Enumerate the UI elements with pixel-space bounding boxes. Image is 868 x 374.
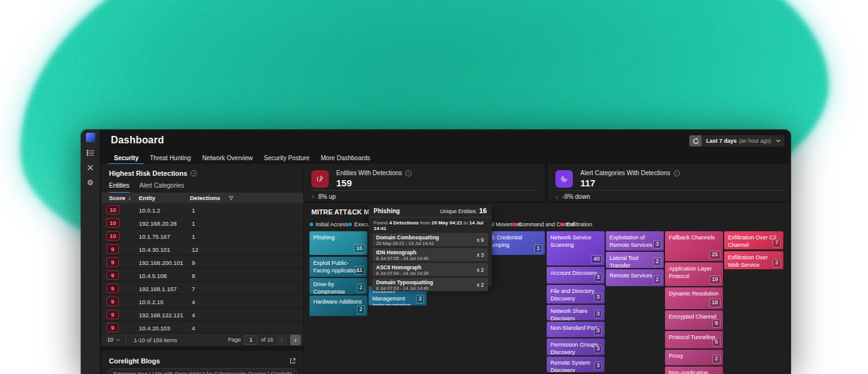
detection-list-item[interactable]: IDN Homograph 8 Jul 07:05 - 14 Jul 14:40… (372, 248, 488, 261)
mitre-technique-tile[interactable]: Application Layer Protocol 19 (665, 262, 723, 286)
table-row[interactable]: 10 10.1.75.167 1 (101, 229, 303, 242)
stat-label: Entities With Detectionsi (336, 170, 412, 176)
blogs-title-text: Corelight Blogs (109, 357, 160, 365)
detection-date-range: 8 Jul 07:03 - 14 Jul 14:40 (376, 285, 471, 291)
mitre-technique-tile[interactable]: Dynamic Resolution 18 (665, 287, 723, 309)
entity-cell: 10.0.1.2 (139, 207, 160, 214)
detection-list-item[interactable]: Domain Typosquatting 8 Jul 07:03 - 14 Ju… (372, 278, 488, 291)
tile-label: Network Share Discovery (550, 308, 588, 320)
alert-categories-with-detections-card: Alert Categories With Detectionsi 117 ↓ … (548, 164, 790, 201)
tile-count-badge: 25 (709, 251, 720, 259)
column-score[interactable]: Score↓ (109, 194, 131, 201)
next-page-button[interactable]: › (290, 335, 301, 345)
mitre-technique-tile[interactable]: Encrypted Channel 9 (665, 310, 723, 330)
corelight-logo[interactable] (86, 133, 95, 142)
mitre-technique-tile[interactable]: Non-Application Layer (665, 367, 723, 374)
info-icon[interactable]: i (405, 170, 412, 176)
table-row[interactable]: 9 10.4.20.103 4 (101, 321, 303, 334)
phishing-detail-popup: Phishing Unique Entities:16 Found 4 Dete… (369, 204, 492, 286)
tile-label: Exfiltration Over C2 Channel (728, 234, 776, 248)
table-row[interactable]: 9 10.4.5.108 8 (101, 269, 303, 282)
pagination-bar: 10 1-10 of 159 items Page of 16 ‹ › (101, 333, 303, 346)
tile-count-badge: 16 (354, 244, 365, 253)
mitre-technique-tile[interactable]: Non-Standard Port 3 (547, 322, 605, 337)
mitre-technique-tile[interactable]: Exploitation of Remote Services 3 (606, 231, 664, 251)
page-number-input[interactable] (244, 335, 258, 345)
column-entity[interactable]: Entity (139, 194, 155, 201)
time-range-dropdown[interactable]: Last 7 days (an hour ago) (702, 135, 785, 146)
entity-cell: 10.0.2.16 (139, 299, 164, 305)
tile-count-badge: 2 (712, 355, 720, 363)
mitre-technique-tile[interactable]: Hardware Additions 2 (309, 295, 367, 316)
column-detections[interactable]: Detections (190, 194, 220, 201)
divider (311, 190, 537, 191)
alert-swirl-icon (555, 170, 573, 188)
blog-link[interactable]: Empower Your LLMs with Open WebUI for Cy… (108, 368, 297, 374)
table-row[interactable]: 9 10.4.30.101 12 (101, 242, 303, 256)
dashboard-tab[interactable]: Threat Hunting (144, 152, 196, 165)
tile-label: Protocol Tunneling (669, 334, 715, 340)
settings-gear-icon[interactable]: ⚙ (86, 178, 95, 187)
dashboard-tab[interactable]: Network Overview (197, 152, 258, 165)
trend-up-icon: ↑ (311, 193, 314, 200)
table-row[interactable]: 9 192.168.200.101 9 (101, 256, 303, 269)
detection-count: x 9 (477, 237, 484, 243)
mitre-technique-tile[interactable]: Exfiltration Over Web Service 2 (724, 251, 783, 269)
mitre-technique-tile[interactable]: Permission Groups Discovery 3 (547, 338, 605, 355)
mitre-technique-tile[interactable]: Fallback Channels 25 (665, 231, 723, 261)
risk-panel-tab[interactable]: Entities (109, 182, 130, 193)
table-row[interactable]: 10 192.168.20.28 1 (101, 216, 303, 229)
mitre-technique-tile[interactable]: Drive-by Compromise 2 (309, 278, 367, 294)
dashboard-tab[interactable]: Security Posture (258, 152, 315, 165)
detection-list-item[interactable]: Domain Combosquatting 20 May 04:21 - 14 … (372, 233, 488, 246)
refresh-button[interactable] (689, 135, 702, 146)
mitre-technique-tile[interactable]: Phishing 16 (309, 231, 367, 255)
entity-cell: 192.168.20.28 (139, 220, 177, 227)
mitre-technique-tile[interactable]: Remote System Discovery 3 (547, 357, 605, 372)
mitre-technique-tile[interactable]: OS Credential Dumping 1 (483, 231, 545, 255)
tile-label: Drive-by Compromise (313, 281, 345, 294)
table-row[interactable]: 9 192.168.122.121 4 (101, 308, 303, 321)
external-link-icon[interactable] (290, 358, 296, 364)
detection-list-item[interactable]: ASCII Homograph 8 Jul 07:04 - 14 Jul 14:… (372, 263, 488, 276)
tile-label: Account Discovery (550, 270, 597, 276)
mitre-technique-tile[interactable]: Network Share Discovery 3 (547, 305, 605, 320)
dashboard-tab[interactable]: Security (108, 152, 144, 165)
info-icon[interactable]: i (191, 170, 197, 176)
mitre-technique-tile[interactable]: Account Discovery 3 (547, 267, 605, 284)
dashboard-tab[interactable]: More Dashboards (315, 152, 375, 165)
sort-desc-icon[interactable]: ↓ (128, 195, 131, 201)
tile-label: Fallback Channels (669, 234, 715, 241)
detection-name: IDN Homograph (376, 249, 471, 256)
info-icon[interactable]: i (674, 170, 680, 176)
score-badge: 9 (106, 257, 119, 267)
tile-count-badge: 2 (357, 305, 365, 314)
tile-count-badge: 19 (709, 276, 720, 284)
detections-crosshair-icon[interactable] (86, 163, 95, 172)
list-menu-icon[interactable] (86, 148, 95, 157)
trend-indicator: ↑ 8% up (311, 193, 336, 200)
tile-label: Remote System Discovery (550, 360, 590, 372)
mitre-technique-tile[interactable]: Exploit Public-Facing Application 11 (309, 257, 367, 277)
dashboard-window: ⚙ Dashboard Last 7 days (an hour ago) Se… (81, 130, 791, 374)
risk-panel-tab[interactable]: Alert Categories (139, 182, 184, 193)
legend-dot (560, 223, 564, 226)
page-size-select[interactable]: 10 (101, 333, 126, 346)
detections-cell: 1 (192, 220, 195, 227)
mitre-technique-tile[interactable]: Protocol Tunneling 5 (665, 331, 723, 348)
prev-page-button[interactable]: ‹ (276, 335, 287, 345)
mitre-technique-tile[interactable]: Exfiltration Over C2 Channel 7 (724, 231, 783, 249)
filter-funnel-icon[interactable]: ▽ (229, 195, 233, 201)
tile-label: Dynamic Resolution (669, 290, 719, 297)
table-row[interactable]: 9 192.168.1.157 7 (101, 282, 303, 295)
mitre-technique-tile[interactable]: Lateral Tool Transfer 2 (606, 252, 664, 268)
score-badge: 10 (106, 218, 120, 228)
tile-label: Lateral Tool Transfer (610, 255, 638, 268)
mitre-technique-tile[interactable]: File and Directory Discovery 3 (547, 285, 605, 304)
mitre-technique-tile[interactable]: Remote Services 2 (606, 269, 664, 286)
table-row[interactable]: 10 10.0.1.2 1 (101, 203, 303, 216)
time-range-label: Last 7 days (706, 138, 737, 144)
mitre-technique-tile[interactable]: Proxy 2 (665, 350, 723, 365)
mitre-technique-tile[interactable]: Network Service Scanning 40 (547, 231, 605, 266)
table-row[interactable]: 9 10.0.2.16 4 (101, 295, 303, 308)
